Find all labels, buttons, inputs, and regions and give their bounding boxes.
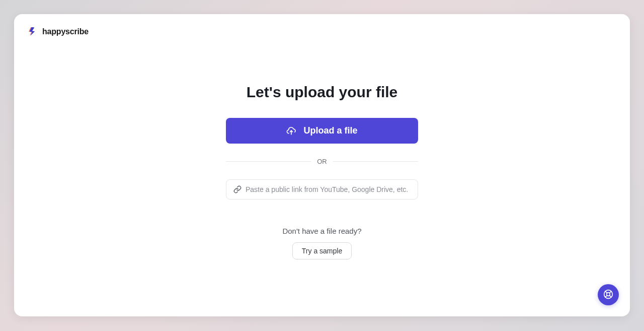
upload-button-label: Upload a file: [303, 125, 357, 136]
divider-label: OR: [311, 158, 333, 165]
svg-line-3: [605, 291, 607, 293]
main-card: happyscribe Let's upload your file Uploa…: [14, 14, 630, 316]
paste-link-input[interactable]: [246, 185, 411, 193]
cloud-upload-icon: [286, 126, 296, 136]
try-sample-button[interactable]: Try a sample: [292, 242, 352, 259]
brand-logo[interactable]: happyscribe: [28, 26, 616, 37]
svg-line-6: [605, 295, 607, 297]
or-divider: OR: [226, 158, 418, 165]
link-input-container[interactable]: [226, 179, 418, 200]
help-chat-button[interactable]: [598, 284, 619, 305]
divider-line-left: [226, 161, 311, 162]
upload-file-button[interactable]: Upload a file: [226, 118, 418, 144]
help-icon: [603, 289, 613, 301]
page-title: Let's upload your file: [247, 84, 398, 101]
divider-line-right: [333, 161, 418, 162]
happyscribe-logo-icon: [28, 26, 39, 37]
upload-content: Let's upload your file Upload a file OR: [28, 84, 616, 259]
link-icon: [233, 185, 242, 193]
svg-line-4: [609, 295, 611, 297]
brand-name: happyscribe: [42, 27, 89, 36]
no-file-prompt: Don't have a file ready?: [282, 227, 361, 235]
svg-line-5: [609, 291, 611, 293]
